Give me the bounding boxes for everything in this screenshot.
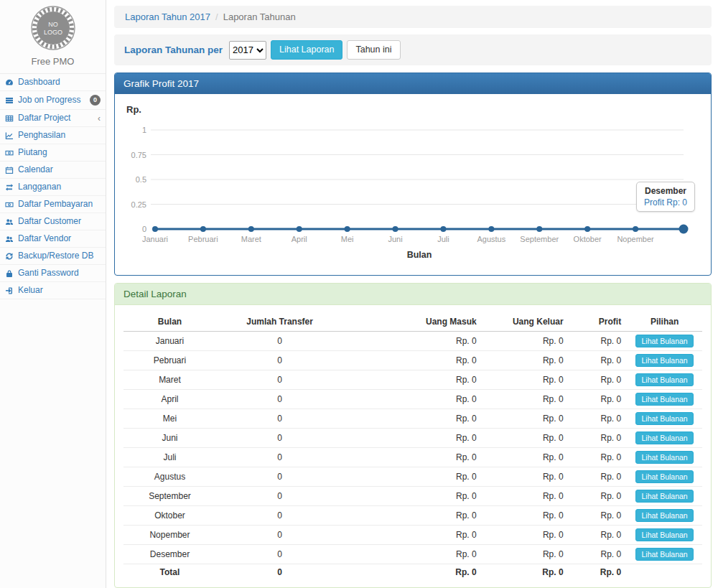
y-tick-label: 1 [142,126,146,134]
table-row: Oktober0Rp. 0Rp. 0Rp. 0Lihat Bulanan [123,506,702,526]
data-point[interactable] [536,226,542,232]
cell-profit: Rp. 0 [569,448,628,467]
lihat-bulanan-button[interactable]: Lihat Bulanan [635,548,693,561]
breadcrumb-link[interactable]: Laporan Tahun 2017 [125,11,210,22]
sidebar-item-calendar[interactable]: Calendar [0,162,106,179]
data-point[interactable] [297,226,302,232]
x-tick-label: Pebruari [188,235,218,243]
data-point[interactable] [488,226,494,232]
lihat-bulanan-button[interactable]: Lihat Bulanan [635,373,693,386]
cell-uang_masuk: Rp. 0 [343,409,482,429]
cell-uang_keluar: Rp. 0 [482,390,569,409]
cell-uang_keluar: Rp. 0 [482,526,569,545]
cell-uang_masuk: Rp. 0 [343,506,482,526]
y-tick-label: 0.75 [131,151,146,159]
sidebar-item-daftar-customer[interactable]: Daftar Customer [0,213,106,230]
data-point[interactable] [248,226,254,232]
cell-uang_masuk: Rp. 0 [343,564,482,581]
sidebar-item-backup-restore-db[interactable]: Backup/Restore DB [0,248,106,265]
data-point[interactable] [200,226,206,232]
cell-uang_masuk: Rp. 0 [343,545,482,564]
cell-uang_keluar: Rp. 0 [482,429,569,448]
table-row: Desember0Rp. 0Rp. 0Rp. 0Lihat Bulanan [123,545,702,564]
sidebar-item-job-on-progress[interactable]: Job on Progress0 [0,91,106,110]
tahun-ini-button[interactable]: Tahun ini [347,40,400,60]
cell-bulan: Oktober [123,506,216,526]
cell-pilihan [627,564,702,581]
lihat-bulanan-button[interactable]: Lihat Bulanan [635,354,693,367]
sidebar-item-keluar[interactable]: Keluar [0,282,106,299]
sidebar-item-label: Daftar Vendor [18,234,71,243]
refresh-icon [5,252,14,261]
lihat-laporan-button[interactable]: Lihat Laporan [271,40,342,60]
cell-profit: Rp. 0 [569,370,628,390]
detail-table: BulanJumlah TransferUang MasukUang Kelua… [123,312,702,580]
chart-panel-body: 00.250.50.751Rp.JanuariPebruariMaretApri… [115,94,711,275]
profit-chart[interactable]: 00.250.50.751Rp.JanuariPebruariMaretApri… [123,101,702,268]
sidebar-item-daftar-vendor[interactable]: Daftar Vendor [0,230,106,248]
lihat-bulanan-button[interactable]: Lihat Bulanan [635,393,693,406]
svg-text:LOGO: LOGO [43,29,62,36]
cell-profit: Rp. 0 [569,351,628,370]
cell-bulan: Juli [123,448,216,467]
cell-pilihan: Lihat Bulanan [627,448,702,467]
sidebar-item-dashboard[interactable]: Dashboard [0,74,106,91]
cell-bulan: Mei [123,409,216,429]
cell-jumlah_transfer: 0 [216,487,343,506]
cell-bulan: September [123,487,216,506]
sidebar-item-piutang[interactable]: Piutang [0,144,106,162]
column-header-bulan: Bulan [123,312,216,332]
lihat-bulanan-button[interactable]: Lihat Bulanan [635,431,693,444]
sidebar-item-daftar-pembayaran[interactable]: Daftar Pembayaran [0,196,106,213]
money-icon [5,149,14,157]
cell-jumlah_transfer: 0 [216,545,343,564]
cell-profit: Rp. 0 [569,487,628,506]
table-total-row: Total0Rp. 0Rp. 0Rp. 0 [123,564,702,581]
table-header-row: BulanJumlah TransferUang MasukUang Kelua… [123,312,702,332]
lihat-bulanan-button[interactable]: Lihat Bulanan [635,509,693,522]
lihat-bulanan-button[interactable]: Lihat Bulanan [635,412,693,425]
lihat-bulanan-button[interactable]: Lihat Bulanan [635,470,693,483]
table-row: Pebruari0Rp. 0Rp. 0Rp. 0Lihat Bulanan [123,351,702,370]
cell-uang_masuk: Rp. 0 [343,351,482,370]
sidebar-item-label: Dashboard [18,78,60,87]
breadcrumb-separator: / [215,11,218,22]
lihat-bulanan-button[interactable]: Lihat Bulanan [635,490,693,503]
cell-pilihan: Lihat Bulanan [627,370,702,390]
y-tick-label: 0 [142,225,146,233]
cell-pilihan: Lihat Bulanan [627,467,702,487]
data-point-active[interactable] [679,225,689,234]
lihat-bulanan-button[interactable]: Lihat Bulanan [635,451,693,464]
cell-profit: Rp. 0 [569,506,628,526]
table-row: Agustus0Rp. 0Rp. 0Rp. 0Lihat Bulanan [123,467,702,487]
profit-chart-panel: Grafik Profit 2017 00.250.50.751Rp.Janua… [114,73,712,276]
sidebar-item-ganti-password[interactable]: Ganti Password [0,265,106,282]
lihat-bulanan-button[interactable]: Lihat Bulanan [635,335,693,347]
data-point[interactable] [393,226,398,232]
no-logo-badge: NO LOGO [30,5,76,51]
sidebar: NO LOGO Free PMO DashboardJob on Progres… [0,0,106,588]
sidebar-item-penghasilan[interactable]: Penghasilan [0,127,106,144]
cell-uang_masuk: Rp. 0 [343,526,482,545]
data-point[interactable] [152,226,158,232]
cell-uang_masuk: Rp. 0 [343,390,482,409]
cell-uang_keluar: Rp. 0 [482,332,569,351]
column-header-jumlah-transfer: Jumlah Transfer [216,312,343,332]
cell-uang_keluar: Rp. 0 [482,370,569,390]
cell-profit: Rp. 0 [569,467,628,487]
y-tick-label: 0.25 [131,200,146,209]
lihat-bulanan-button[interactable]: Lihat Bulanan [635,528,693,541]
data-point[interactable] [633,226,638,232]
cell-jumlah_transfer: 0 [216,467,343,487]
data-point[interactable] [345,226,350,232]
sidebar-item-label: Calendar [18,165,53,174]
sidebar-item-label: Daftar Project [18,113,70,123]
sidebar-item-langganan[interactable]: Langganan [0,179,106,196]
x-tick-label: Juni [388,235,402,243]
year-select[interactable]: 2017 [229,41,266,60]
data-point[interactable] [440,226,446,232]
sidebar-item-daftar-project[interactable]: Daftar Project‹ [0,110,106,127]
column-header-uang-keluar: Uang Keluar [482,312,569,332]
data-point[interactable] [584,226,590,232]
users-icon [5,218,14,226]
